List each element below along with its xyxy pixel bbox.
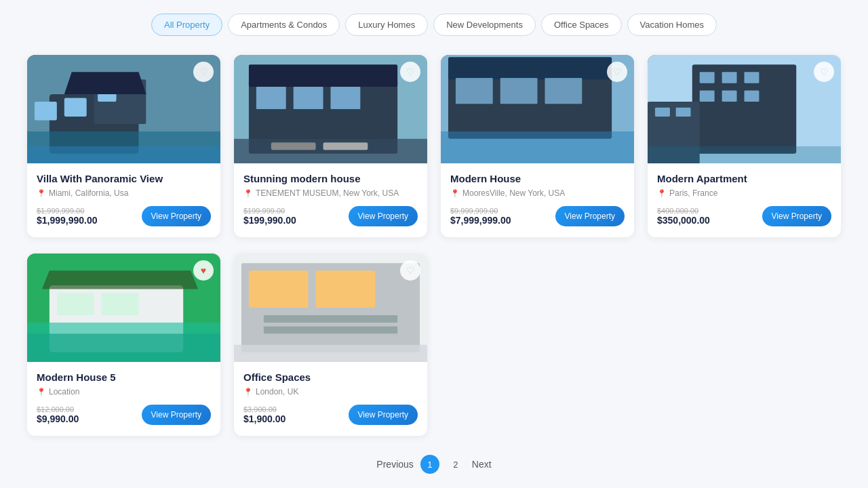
card-footer-p4: $400,000.00 $350,000.00 View Property [657,206,831,226]
card-body-p4: Modern Apartment 📍 Paris, France $400,00… [648,163,841,237]
svg-rect-35 [676,108,691,117]
price-block-p1: $1,999,999.00 $1,999,990.00 [37,207,98,226]
filter-tab-apartments[interactable]: Apartments & Condos [228,14,340,36]
card-footer-p1: $1,999,999.00 $1,999,990.00 View Propert… [37,206,211,226]
pagination-next[interactable]: Next [472,459,492,470]
property-location-p4: 📍 Paris, France [657,188,831,198]
svg-rect-41 [102,293,139,315]
property-title-p4: Modern Apartment [657,173,831,184]
card-body-p6: Office Spaces 📍 London, UK $3,900.00 $1,… [234,362,427,436]
card-body-p2: Stunning modern house 📍 TENEMENT MUSEUM,… [234,163,427,237]
card-body-p3: Modern House 📍 MooresVille, New York, US… [441,163,634,237]
view-property-btn-p1[interactable]: View Property [142,206,211,226]
svg-rect-32 [722,91,737,102]
svg-rect-36 [648,146,841,163]
property-title-p5: Modern House 5 [37,371,211,383]
price-old-p3: $9,999,999.00 [450,207,511,215]
filter-tab-new-dev[interactable]: New Developments [433,14,536,36]
svg-rect-34 [655,108,670,117]
favorite-btn-p3[interactable]: ♡ [607,62,627,82]
price-new-p6: $1,900.00 [243,413,285,424]
price-block-p3: $9,999,999.00 $7,999,999.00 [450,207,511,226]
price-old-p4: $400,000.00 [657,207,710,215]
view-property-btn-p4[interactable]: View Property [762,206,831,226]
view-property-btn-p5[interactable]: View Property [142,405,211,425]
filter-tab-vacation[interactable]: Vacation Homes [627,14,717,36]
filter-tab-all[interactable]: All Property [151,14,222,36]
price-old-p1: $1,999,999.00 [37,207,98,215]
location-text-p2: TENEMENT MUSEUM, New York, USA [256,188,399,198]
svg-rect-11 [249,64,397,87]
property-card-p6: ♡ Office Spaces 📍 London, UK $3,900.00 $… [234,253,427,436]
card-footer-p5: $12,000.00 $9,990.00 View Property [37,405,211,425]
price-block-p2: $199,999.00 $199,990.00 [243,207,296,226]
property-card-p5: ♥ Modern House 5 📍 Location $12,000.00 $… [27,253,220,436]
card-body-p1: Villa With Panoramic View 📍 Miami, Calif… [27,163,220,237]
property-grid-row2: ♥ Modern House 5 📍 Location $12,000.00 $… [27,253,841,436]
pagination-prev[interactable]: Previous [376,459,413,470]
price-new-p1: $1,999,990.00 [37,215,98,226]
svg-rect-12 [256,87,286,109]
svg-rect-14 [331,87,361,109]
price-old-p6: $3,900.00 [243,405,285,413]
favorite-btn-p2[interactable]: ♡ [400,62,420,82]
svg-rect-29 [722,72,737,83]
view-property-btn-p3[interactable]: View Property [555,206,625,226]
location-text-p3: MooresVille, New York, USA [462,188,565,198]
card-footer-p6: $3,900.00 $1,900.00 View Property [243,405,418,425]
svg-rect-49 [264,326,397,333]
property-location-p2: 📍 TENEMENT MUSEUM, New York, USA [243,188,418,198]
view-property-btn-p2[interactable]: View Property [349,206,418,226]
property-title-p3: Modern House [450,173,625,184]
svg-rect-17 [323,142,368,150]
property-grid-row1: ♡ Villa With Panoramic View 📍 Miami, Cal… [27,55,841,237]
location-icon-p3: 📍 [450,189,460,198]
svg-rect-13 [294,87,323,109]
svg-rect-22 [500,78,538,104]
svg-marker-42 [42,270,198,289]
favorite-btn-p5[interactable]: ♥ [193,260,214,281]
svg-rect-15 [234,139,427,163]
svg-rect-40 [57,293,94,315]
price-old-p2: $199,999.00 [243,207,296,215]
location-icon-p5: 📍 [37,388,46,396]
favorite-btn-p4[interactable]: ♡ [814,62,834,82]
svg-rect-8 [27,146,220,163]
filter-tab-luxury[interactable]: Luxury Homes [345,14,428,36]
property-location-p5: 📍 Location [37,387,211,396]
property-location-p6: 📍 London, UK [243,387,418,396]
location-text-p4: Paris, France [669,188,717,198]
svg-rect-20 [448,57,612,79]
price-block-p4: $400,000.00 $350,000.00 [657,207,710,226]
location-text-p1: Miami, California, Usa [49,188,128,198]
pagination-page-2[interactable]: 2 [446,455,465,474]
property-title-p6: Office Spaces [243,371,418,383]
filter-tab-office[interactable]: Office Spaces [541,14,622,36]
card-footer-p2: $199,999.00 $199,990.00 View Property [243,206,418,226]
svg-marker-7 [64,72,146,94]
filter-bar: All Property Apartments & Condos Luxury … [27,14,841,36]
favorite-btn-p1[interactable]: ♡ [193,62,214,82]
property-image-p5: ♥ [27,253,220,362]
svg-rect-5 [64,98,87,117]
price-new-p3: $7,999,999.00 [450,215,511,226]
card-body-p5: Modern House 5 📍 Location $12,000.00 $9,… [27,362,220,436]
property-image-p3: ♡ [441,55,634,163]
svg-rect-16 [271,142,316,150]
location-icon-p4: 📍 [657,189,667,198]
svg-rect-47 [316,270,376,308]
location-icon-p2: 📍 [243,189,253,198]
svg-rect-21 [456,78,493,104]
svg-rect-43 [27,333,220,362]
favorite-btn-p6[interactable]: ♡ [400,260,420,281]
property-location-p1: 📍 Miami, California, Usa [37,188,211,198]
svg-rect-48 [264,315,397,323]
svg-rect-24 [441,131,634,163]
view-property-btn-p6[interactable]: View Property [349,405,418,425]
price-block-p6: $3,900.00 $1,900.00 [243,405,285,424]
pagination-page-1[interactable]: 1 [420,455,439,474]
location-icon-p6: 📍 [243,388,253,396]
price-old-p5: $12,000.00 [37,405,79,413]
property-title-p2: Stunning modern house [243,173,418,184]
price-block-p5: $12,000.00 $9,990.00 [37,405,79,424]
